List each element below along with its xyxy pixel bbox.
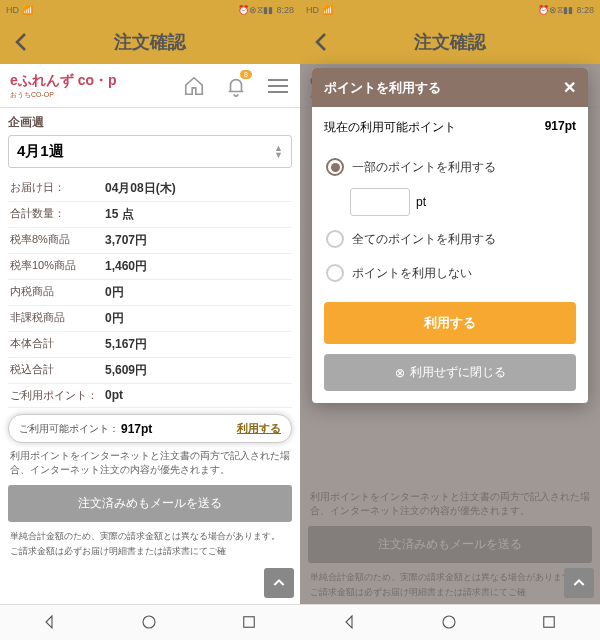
status-bar: HD📶 ⏰⊗⧖▮▮8:28 <box>300 0 600 20</box>
home-icon[interactable] <box>182 74 206 98</box>
back-icon[interactable] <box>10 30 34 54</box>
available-points-label: 現在の利用可能ポイント <box>324 119 456 136</box>
scroll-top-button[interactable] <box>264 568 294 598</box>
notification-badge: 8 <box>240 70 252 79</box>
bell-icon[interactable]: 8 <box>224 74 248 98</box>
radio-icon <box>326 158 344 176</box>
use-points-link[interactable]: 利用する <box>237 421 281 436</box>
modal-header: ポイントを利用する ✕ <box>312 68 588 107</box>
available-points-value: 917pt <box>545 119 576 136</box>
main-content: 企画週 4月1週 ▲▼ お届け日：04月08日(木) 合計数量：15 点 税率8… <box>0 108 300 565</box>
table-row: 内税商品0円 <box>8 280 292 306</box>
sub-bar: eふれんず co・p おうちCO-OP 8 <box>0 64 300 108</box>
scroll-top-button[interactable] <box>564 568 594 598</box>
nav-back-icon[interactable] <box>340 613 360 633</box>
table-row: 税込合計5,609円 <box>8 358 292 384</box>
android-navbar <box>300 604 600 640</box>
svg-rect-3 <box>544 616 555 627</box>
week-selector[interactable]: 4月1週 ▲▼ <box>8 135 292 168</box>
selector-arrows-icon: ▲▼ <box>274 145 283 159</box>
radio-icon <box>326 264 344 282</box>
svg-point-0 <box>143 616 155 628</box>
table-row: 非課税商品0円 <box>8 306 292 332</box>
table-row: ご利用ポイント：0pt <box>8 384 292 408</box>
back-icon[interactable] <box>310 30 334 54</box>
nav-recent-icon[interactable] <box>540 613 560 633</box>
nav-home-icon[interactable] <box>440 613 460 633</box>
plan-label: 企画週 <box>8 114 292 131</box>
nav-recent-icon[interactable] <box>240 613 260 633</box>
radio-icon <box>326 230 344 248</box>
svg-point-2 <box>443 616 455 628</box>
pt-suffix: pt <box>416 195 426 209</box>
table-row: 本体合計5,167円 <box>8 332 292 358</box>
note-text: 単純合計金額のため、実際の請求金額とは異なる場合があります。 <box>10 530 290 543</box>
top-bar: 注文確認 <box>0 20 300 64</box>
nav-home-icon[interactable] <box>140 613 160 633</box>
logo: eふれんず co・p おうちCO-OP <box>10 72 117 100</box>
modal-title: ポイントを利用する <box>324 79 441 97</box>
send-mail-button[interactable]: 注文済みめもメールを送る <box>8 485 292 522</box>
radio-option-all[interactable]: 全てのポイントを利用する <box>324 222 576 256</box>
submit-button[interactable]: 利用する <box>324 302 576 344</box>
table-row: 税率10%商品1,460円 <box>8 254 292 280</box>
modal-overlay[interactable]: ポイントを利用する ✕ 現在の利用可能ポイント 917pt 一部のポイントを利用… <box>300 64 600 604</box>
cancel-button[interactable]: ⊗ 利用せずに閉じる <box>324 354 576 391</box>
points-input[interactable] <box>350 188 410 216</box>
page-title: 注文確認 <box>34 30 266 54</box>
table-row: 税率8%商品3,707円 <box>8 228 292 254</box>
close-icon[interactable]: ✕ <box>563 78 576 97</box>
status-bar: HD📶 ⏰⊗⧖▮▮8:28 <box>0 0 300 20</box>
table-row: お届け日：04月08日(木) <box>8 176 292 202</box>
svg-rect-1 <box>244 616 255 627</box>
nav-back-icon[interactable] <box>40 613 60 633</box>
note-text: ご請求金額は必ずお届け明細書または請求書にてご確 <box>10 545 290 558</box>
table-row: 合計数量：15 点 <box>8 202 292 228</box>
android-navbar <box>0 604 300 640</box>
top-bar: 注文確認 <box>300 20 600 64</box>
points-modal: ポイントを利用する ✕ 現在の利用可能ポイント 917pt 一部のポイントを利用… <box>312 68 588 403</box>
menu-icon[interactable] <box>266 74 290 98</box>
radio-option-partial[interactable]: 一部のポイントを利用する <box>324 150 576 184</box>
page-title: 注文確認 <box>334 30 566 54</box>
radio-option-none[interactable]: ポイントを利用しない <box>324 256 576 290</box>
close-circle-icon: ⊗ <box>395 366 405 380</box>
points-highlight: ご利用可能ポイント： 917pt 利用する <box>8 414 292 443</box>
disclaimer-text: 利用ポイントをインターネットと注文書の両方で記入された場合、インターネット注文の… <box>10 449 290 477</box>
